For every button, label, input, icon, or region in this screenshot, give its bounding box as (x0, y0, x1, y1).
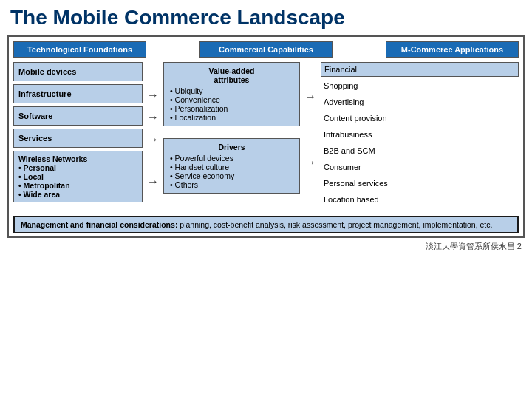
header-col3: M-Commerce Applications (386, 41, 519, 58)
left-column: Mobile devices Infrastructure Software S… (13, 62, 143, 202)
right-item-b2b: B2B and SCM (321, 143, 519, 158)
management-row: Management and financial considerations:… (13, 216, 519, 233)
arrow-col-2: → → (300, 62, 321, 192)
header-row: Technological Foundations Commercial Cap… (13, 41, 519, 58)
content-area: Mobile devices Infrastructure Software S… (13, 62, 519, 211)
page-title: The Mobile Commerce Landscape (7, 6, 525, 30)
mid-item-handset: Handset culture (170, 163, 293, 171)
mid-item-convenience: Convenience (170, 95, 293, 104)
arrow-1-software: → (147, 108, 159, 127)
mid-item-personalization: Personalization (170, 104, 293, 113)
mid-list-drivers: Powerful devices Handset culture Service… (170, 154, 293, 189)
page: The Mobile Commerce Landscape Technologi… (0, 0, 532, 399)
mid-item-ubiquity: Ubiquity (170, 86, 293, 95)
right-item-advertising: Advertising (321, 95, 519, 109)
mid-box-drivers: Drivers Powerful devices Handset culture… (163, 138, 300, 194)
arrow-2-top: → (304, 64, 316, 130)
management-bold: Management and financial considerations: (21, 220, 177, 229)
arrow-1-wireless: → (147, 152, 159, 211)
wireless-personal: • Personal (18, 163, 56, 172)
wireless-wide: • Wide area (18, 190, 60, 199)
left-item-wireless: Wireless Networks • Personal • Local • M… (13, 151, 143, 202)
wireless-local: • Local (18, 172, 44, 181)
footer: 淡江大學資管系所侯永昌 2 (7, 241, 525, 252)
arrow-1-infra: → (147, 86, 159, 105)
right-item-consumer: Consumer (321, 160, 519, 174)
header-col2: Commercial Capabilities (200, 41, 332, 58)
right-item-shopping: Shopping (321, 78, 519, 93)
right-column: Financial Shopping Advertising Content p… (321, 62, 519, 207)
middle-column: Value-addedattributes Ubiquity Convenien… (163, 62, 300, 197)
arrow-1-services: → (147, 130, 159, 149)
left-item-infrastructure: Infrastructure (13, 84, 143, 103)
diagram: Technological Foundations Commercial Cap… (7, 35, 525, 238)
mid-item-localization: Localization (170, 113, 293, 122)
left-item-services: Services (13, 129, 143, 148)
arrow-col-1: → → → → (143, 62, 163, 211)
arrow-2-bottom: → (304, 133, 316, 192)
wireless-metropolitan: • Metropolitan (18, 181, 70, 190)
right-item-content: Content provision (321, 111, 519, 126)
right-item-personal-services: Personal services (321, 176, 519, 191)
management-rest: planning, cost-benefit analysis, risk as… (177, 220, 492, 229)
left-item-software: Software (13, 106, 143, 126)
right-item-location: Location based (321, 192, 519, 207)
mid-item-powerful: Powerful devices (170, 154, 293, 163)
right-item-financial: Financial (321, 62, 519, 77)
mid-list-value: Ubiquity Convenience Personalization Loc… (170, 86, 293, 122)
header-col1: Technological Foundations (13, 41, 146, 58)
wireless-title: Wireless Networks (18, 154, 87, 163)
right-item-intrabusiness: Intrabusiness (321, 127, 519, 142)
mid-item-others: Others (170, 180, 293, 189)
mid-title-drivers: Drivers (170, 143, 293, 151)
mid-title-value: Value-addedattributes (170, 66, 293, 84)
left-item-mobile-devices: Mobile devices (13, 62, 143, 81)
mid-item-service-economy: Service economy (170, 171, 293, 180)
mid-box-value: Value-addedattributes Ubiquity Convenien… (163, 62, 300, 126)
